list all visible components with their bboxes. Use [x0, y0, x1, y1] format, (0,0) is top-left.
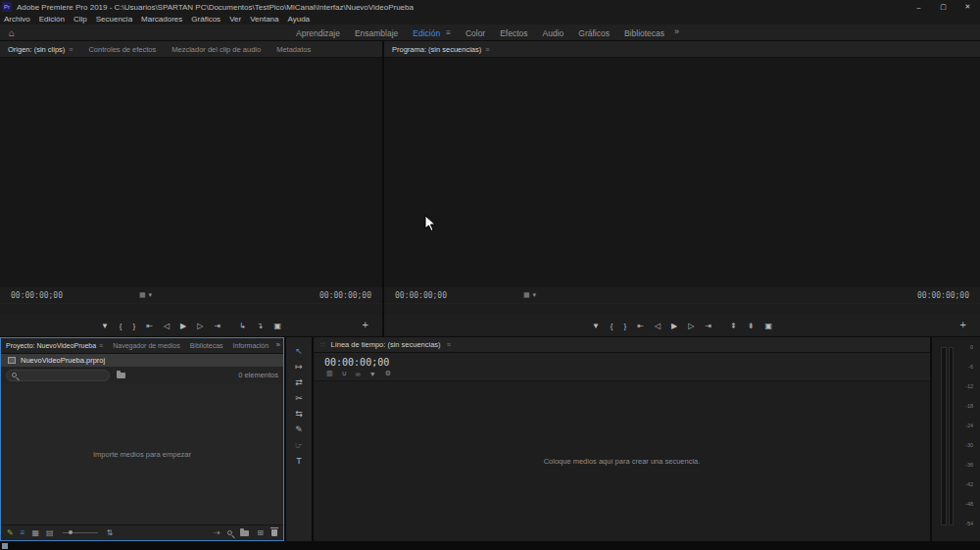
- linked-selection-icon[interactable]: ∞: [356, 371, 361, 377]
- menu-marcadores[interactable]: Marcadores: [141, 15, 182, 24]
- add-marker-icon[interactable]: ▼: [369, 371, 376, 377]
- source-insert-button[interactable]: ↳: [239, 322, 246, 330]
- zoom-slider[interactable]: [63, 532, 98, 533]
- workspace-color[interactable]: Color: [466, 28, 485, 38]
- home-icon[interactable]: ⌂: [9, 27, 15, 38]
- workspace-audio[interactable]: Audio: [543, 28, 564, 38]
- program-mark-out-button[interactable]: }: [624, 322, 627, 330]
- selection-tool[interactable]: ↖: [290, 344, 308, 358]
- delete-icon[interactable]: [271, 529, 277, 536]
- automate-to-sequence-icon[interactable]: ⇢: [214, 528, 220, 537]
- snap-icon[interactable]: ∪: [342, 370, 347, 377]
- source-export-frame-button[interactable]: ▣: [273, 322, 281, 330]
- menu-archivo[interactable]: Archivo: [4, 15, 30, 24]
- project-writable-icon[interactable]: ✎: [7, 528, 14, 537]
- source-mark-out-button[interactable]: }: [133, 322, 136, 330]
- timeline-panel-menu-icon[interactable]: ≡: [447, 341, 451, 348]
- program-viewer[interactable]: [384, 58, 980, 287]
- source-seek-bar[interactable]: [0, 303, 382, 315]
- source-mark-in-button[interactable]: {: [120, 322, 122, 330]
- workspace-overflow-icon[interactable]: »: [674, 26, 679, 36]
- icon-view-icon[interactable]: ▦: [31, 528, 39, 537]
- source-step-forward-button[interactable]: ▷: [197, 322, 203, 330]
- taskbar-app-icon[interactable]: [2, 543, 8, 549]
- timeline-drop-area[interactable]: Coloque medios aquí para crear una secue…: [314, 380, 930, 541]
- program-export-frame-button[interactable]: ▣: [764, 322, 772, 330]
- program-lift-button[interactable]: ⇞: [730, 322, 737, 330]
- program-add-marker-button[interactable]: ▼: [592, 322, 600, 330]
- program-button-editor-icon[interactable]: +: [960, 319, 966, 330]
- menu-ver[interactable]: Ver: [229, 15, 241, 24]
- minimize-button[interactable]: –: [906, 0, 931, 14]
- program-play-button[interactable]: ▶: [671, 322, 677, 330]
- workspace-menu-icon[interactable]: ≡: [446, 28, 451, 37]
- program-go-to-in-button[interactable]: ⇤: [637, 322, 644, 330]
- source-button-editor-icon[interactable]: +: [363, 319, 368, 330]
- pen-tool[interactable]: ✎: [290, 423, 308, 436]
- program-go-to-out-button[interactable]: ⇥: [705, 322, 711, 330]
- source-add-marker-button[interactable]: ▼: [101, 322, 109, 330]
- source-panel-menu-icon[interactable]: ≡: [69, 46, 73, 53]
- close-button[interactable]: ✕: [956, 0, 980, 14]
- panel-grip-icon[interactable]: ∷: [320, 341, 324, 349]
- source-play-button[interactable]: ▶: [180, 322, 186, 330]
- project-root-item[interactable]: NuevoVideoPrueba.prproj: [1, 354, 283, 367]
- search-input[interactable]: [21, 372, 99, 378]
- tab-programa[interactable]: Programa: (sin secuencias) ≡: [384, 41, 497, 57]
- project-overflow-icon[interactable]: »: [276, 340, 280, 349]
- menu-ayuda[interactable]: Ayuda: [288, 15, 311, 24]
- source-viewer[interactable]: [0, 58, 382, 287]
- type-tool[interactable]: T: [290, 454, 308, 468]
- menu-edicion[interactable]: Edición: [39, 15, 65, 24]
- workspace-graficos[interactable]: Gráficos: [578, 28, 610, 38]
- search-bin-icon[interactable]: [117, 373, 125, 378]
- menu-secuencia[interactable]: Secuencia: [96, 15, 132, 24]
- workspace-edicion[interactable]: Edición: [413, 28, 440, 38]
- project-empty-area[interactable]: Importe medios para empezar: [1, 383, 283, 525]
- find-icon[interactable]: [227, 530, 232, 535]
- new-bin-icon[interactable]: [240, 530, 249, 536]
- workspace-aprendizaje[interactable]: Aprendizaje: [296, 28, 340, 38]
- program-extract-button[interactable]: ⇟: [748, 322, 755, 330]
- new-item-icon[interactable]: ⊞: [257, 528, 264, 537]
- program-panel-menu-icon[interactable]: ≡: [485, 46, 489, 53]
- maximize-button[interactable]: ▢: [931, 0, 956, 14]
- program-seek-bar[interactable]: [384, 303, 980, 315]
- workspace-ensamblaje[interactable]: Ensamblaje: [355, 28, 398, 38]
- razor-tool[interactable]: ✂: [290, 391, 308, 405]
- list-view-icon[interactable]: ≡: [21, 528, 25, 537]
- menu-graficos[interactable]: Gráficos: [191, 15, 220, 24]
- tab-informacion[interactable]: Información: [228, 338, 274, 353]
- source-overwrite-button[interactable]: ↴: [257, 322, 264, 330]
- source-step-back-button[interactable]: ◁: [164, 322, 170, 330]
- tab-mezclador-clip-audio[interactable]: Mezclador del clip de audio: [164, 41, 269, 57]
- program-mark-in-button[interactable]: {: [611, 322, 613, 330]
- nest-toggle-icon[interactable]: ▥: [326, 370, 333, 377]
- source-zoom-select[interactable]: ▦ ▾: [139, 291, 152, 299]
- search-box[interactable]: [6, 370, 110, 381]
- program-step-forward-button[interactable]: ▷: [688, 322, 694, 330]
- timeline-settings-icon[interactable]: ⚙: [385, 370, 391, 377]
- tab-bibliotecas[interactable]: Bibliotecas: [185, 338, 228, 353]
- timeline-playhead-timecode[interactable]: 00:00:00;00: [314, 353, 930, 368]
- tab-controles-efectos[interactable]: Controles de efectos: [80, 41, 164, 57]
- workspace-efectos[interactable]: Efectos: [500, 28, 527, 38]
- menu-ventana[interactable]: Ventana: [250, 15, 278, 24]
- track-select-tool[interactable]: ↦: [290, 360, 308, 374]
- menu-clip[interactable]: Clip: [74, 15, 87, 24]
- program-zoom-select[interactable]: ▦ ▾: [523, 291, 536, 299]
- tab-origen[interactable]: Origen: (sin clips) ≡: [0, 41, 80, 57]
- slip-tool[interactable]: ⇆: [290, 407, 308, 421]
- source-go-to-in-button[interactable]: ⇤: [146, 322, 153, 330]
- tab-metadatos[interactable]: Metadatos: [269, 41, 318, 57]
- source-go-to-out-button[interactable]: ⇥: [214, 322, 220, 330]
- sort-icons-icon[interactable]: ⇅: [107, 528, 114, 537]
- workspace-bibliotecas[interactable]: Bibliotecas: [624, 28, 664, 38]
- hand-tool[interactable]: ☞: [290, 438, 308, 452]
- tab-linea-de-tiempo[interactable]: Línea de tiempo: (sin secuencias): [330, 340, 440, 349]
- tab-navegador-medios[interactable]: Navegador de medios: [108, 338, 185, 353]
- ripple-edit-tool[interactable]: ⇄: [290, 375, 308, 389]
- audio-meters-panel[interactable]: 0 -6 -12 -18 -24 -30 -36 -42 -48 -54: [932, 337, 980, 541]
- tab-proyecto[interactable]: Proyecto: NuevoVideoPrueba ≡: [1, 338, 108, 353]
- freeform-view-icon[interactable]: ▤: [46, 528, 54, 537]
